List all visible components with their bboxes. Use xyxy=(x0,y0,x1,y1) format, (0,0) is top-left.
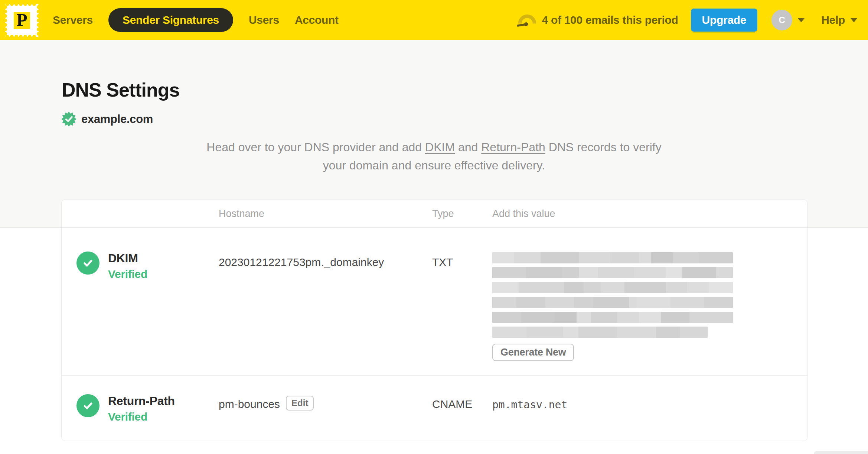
corner-widget xyxy=(814,451,868,454)
redacted-bar xyxy=(492,327,708,338)
record-status: Verified xyxy=(108,411,175,423)
page-title: DNS Settings xyxy=(62,79,868,101)
redacted-bar xyxy=(492,282,733,293)
redacted-bar xyxy=(492,267,733,278)
verified-seal-icon xyxy=(61,111,76,127)
table-header-row: Hostname Type Add this value xyxy=(62,200,807,228)
verified-check-icon xyxy=(76,394,99,417)
redacted-bar xyxy=(492,252,733,263)
return-path-link[interactable]: Return-Path xyxy=(481,140,545,154)
column-header-type: Type xyxy=(432,208,492,220)
primary-nav: Servers Sender Signatures Users Account xyxy=(53,8,339,32)
table-row-dkim: DKIM Verified 20230121221753pm._domainke… xyxy=(62,228,807,375)
nav-item-account[interactable]: Account xyxy=(295,14,339,26)
column-header-value: Add this value xyxy=(492,208,807,220)
usage-text: 4 of 100 emails this period xyxy=(542,14,678,26)
stamp-icon: P xyxy=(4,3,39,38)
table-row-return-path: Return-Path Verified pm-bounces Edit CNA… xyxy=(62,375,807,441)
intro-part1: Head over to your DNS provider and add xyxy=(206,140,425,154)
return-path-value: pm.mtasv.net xyxy=(492,376,807,441)
return-path-hostname: pm-bounces Edit xyxy=(219,376,432,441)
redacted-bar xyxy=(492,297,733,308)
domain-name: example.com xyxy=(81,113,153,126)
navbar-right: 4 of 100 emails this period Upgrade C He… xyxy=(517,9,858,32)
dkim-link[interactable]: DKIM xyxy=(425,140,455,154)
return-path-type: CNAME xyxy=(432,376,492,441)
edit-button[interactable]: Edit xyxy=(286,396,314,411)
generate-new-button[interactable]: Generate New xyxy=(492,344,574,361)
verified-check-icon xyxy=(76,252,99,275)
chevron-down-icon xyxy=(797,18,805,22)
intro-text: Head over to your DNS provider and add D… xyxy=(200,138,668,175)
dkim-type: TXT xyxy=(432,228,492,375)
record-name: Return-Path xyxy=(108,394,175,408)
hostname-text: pm-bounces xyxy=(219,398,280,411)
verified-domain: example.com xyxy=(61,111,868,127)
dns-records-card: Hostname Type Add this value DKIM Verifi… xyxy=(61,200,807,441)
record-status: Verified xyxy=(108,268,147,280)
chevron-down-icon xyxy=(850,18,858,22)
column-header-hostname: Hostname xyxy=(219,208,432,220)
intro-part2: and xyxy=(455,140,481,154)
upgrade-button[interactable]: Upgrade xyxy=(691,9,758,32)
svg-text:P: P xyxy=(16,10,27,30)
dns-settings-page: P Servers Sender Signatures Users Accoun… xyxy=(0,0,868,454)
redacted-bar xyxy=(492,312,733,323)
record-name: DKIM xyxy=(108,252,147,265)
top-navbar: P Servers Sender Signatures Users Accoun… xyxy=(0,0,868,40)
help-label: Help xyxy=(821,14,845,26)
avatar[interactable]: C xyxy=(771,10,792,30)
nav-item-users[interactable]: Users xyxy=(249,14,279,26)
help-menu[interactable]: Help xyxy=(821,14,858,26)
nav-item-servers[interactable]: Servers xyxy=(53,14,93,26)
account-menu[interactable]: C xyxy=(771,10,805,30)
dkim-hostname: 20230121221753pm._domainkey xyxy=(219,228,432,375)
postmark-logo[interactable]: P xyxy=(4,3,39,38)
nav-item-sender-signatures[interactable]: Sender Signatures xyxy=(108,8,233,32)
dkim-value-redacted: Generate New xyxy=(492,228,807,375)
usage-gauge-icon xyxy=(517,12,538,28)
